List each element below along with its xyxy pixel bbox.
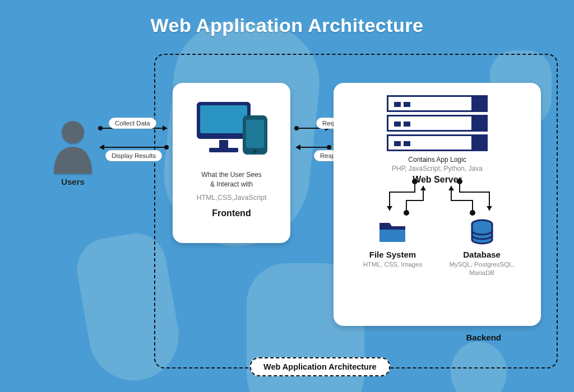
monitor-tablet-icon — [192, 160, 271, 170]
svg-marker-15 — [448, 186, 454, 190]
label-collect-data: Collect Data — [109, 118, 156, 129]
footer-pill: Web Application Architecture — [250, 357, 390, 376]
arrow-left — [100, 147, 167, 148]
svg-marker-9 — [387, 206, 392, 211]
database-icon — [467, 237, 497, 247]
frontend-desc-2: & Interact with — [182, 180, 281, 189]
arrow-left — [296, 147, 330, 148]
server-stack-icon — [387, 95, 488, 151]
svg-rect-3 — [219, 140, 228, 148]
filesystem-tech: HTML, CSS, Images — [351, 260, 434, 269]
svg-marker-11 — [420, 186, 426, 190]
database-tech: MySQL, PostgresSQL, MariaDB — [441, 260, 523, 277]
frontend-title: Frontend — [182, 208, 281, 218]
label-display-results: Display Results — [105, 150, 162, 161]
svg-point-8 — [413, 179, 417, 184]
frontend-card: What the User Sees & Interact with HTML,… — [173, 83, 290, 243]
user-icon — [50, 166, 95, 175]
backend-tech: PHP, JavaScript, Python, Java — [344, 165, 531, 172]
internal-connectors — [334, 178, 541, 228]
svg-rect-2 — [200, 105, 247, 133]
users-node: Users — [48, 118, 98, 186]
svg-rect-4 — [209, 148, 238, 152]
svg-point-7 — [253, 150, 257, 153]
svg-point-14 — [470, 211, 475, 215]
svg-marker-13 — [487, 206, 492, 211]
filesystem-title: File System — [351, 250, 434, 259]
svg-point-0 — [62, 121, 84, 143]
frontend-tech: HTML,CSS,JavaScript — [182, 194, 281, 202]
svg-rect-6 — [246, 120, 264, 148]
backend-label: Backend — [466, 333, 501, 342]
users-label: Users — [48, 177, 98, 186]
backend-desc: Contains App Logic — [344, 156, 531, 164]
svg-point-10 — [404, 211, 409, 215]
frontend-desc-1: What the User Sees — [182, 170, 281, 180]
backend-card: Contains App Logic PHP, JavaScript, Pyth… — [334, 83, 541, 326]
diagram-title: Web Application Architecture — [0, 15, 574, 36]
folder-icon — [377, 237, 408, 247]
svg-point-12 — [457, 179, 462, 184]
database-title: Database — [441, 250, 523, 259]
